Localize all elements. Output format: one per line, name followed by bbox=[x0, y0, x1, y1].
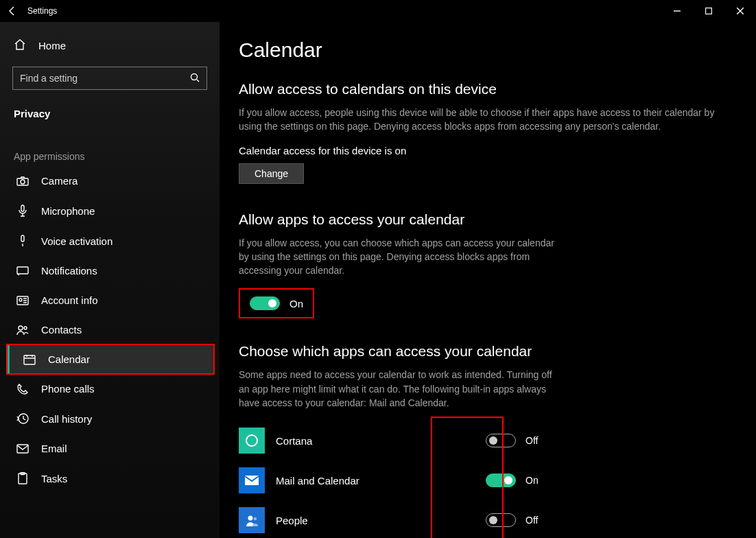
svg-rect-0 bbox=[706, 8, 712, 14]
sidebar-item-voice-activation[interactable]: Voice activation bbox=[0, 226, 220, 256]
mail-calendar-icon bbox=[239, 467, 265, 493]
sidebar-item-label: Contacts bbox=[41, 324, 82, 336]
app-toggle-state: Off bbox=[525, 515, 538, 526]
main-content: Calendar Allow access to calendars on th… bbox=[220, 22, 756, 538]
sidebar-item-label: Microphone bbox=[41, 205, 95, 217]
calendar-icon bbox=[23, 354, 36, 365]
tasks-icon bbox=[16, 472, 29, 484]
svg-rect-11 bbox=[24, 355, 35, 364]
app-name: Mail and Calendar bbox=[276, 475, 359, 487]
section3-heading: Choose which apps can access your calend… bbox=[239, 343, 737, 360]
email-icon bbox=[16, 444, 29, 454]
app-name: People bbox=[276, 515, 308, 526]
sidebar-item-tasks[interactable]: Tasks bbox=[0, 463, 220, 493]
sidebar: Home Privacy App permissions Camera Micr… bbox=[0, 22, 220, 538]
highlight-box: On bbox=[239, 288, 314, 318]
app-row-mail-calendar: Mail and Calendar On bbox=[239, 460, 568, 500]
microphone-icon bbox=[16, 204, 29, 217]
section1-heading: Allow access to calendars on this device bbox=[239, 81, 737, 97]
svg-point-18 bbox=[248, 516, 253, 521]
sidebar-item-account-info[interactable]: Account info bbox=[0, 285, 220, 315]
notifications-icon bbox=[16, 266, 29, 276]
search-icon bbox=[190, 73, 200, 84]
allow-apps-toggle-state: On bbox=[290, 298, 303, 309]
app-toggle-mail-calendar[interactable] bbox=[486, 473, 516, 487]
search-field[interactable] bbox=[20, 73, 190, 84]
home-icon bbox=[14, 38, 26, 53]
svg-point-3 bbox=[21, 180, 25, 184]
sidebar-home-label: Home bbox=[38, 40, 66, 51]
maximize-button[interactable] bbox=[693, 0, 724, 22]
sidebar-item-label: Voice activation bbox=[41, 235, 113, 247]
sidebar-item-label: Camera bbox=[41, 175, 78, 187]
sidebar-item-label: Tasks bbox=[41, 473, 67, 484]
svg-rect-5 bbox=[21, 235, 24, 242]
app-row-cortana: Cortana Off bbox=[239, 421, 568, 460]
close-button[interactable] bbox=[724, 0, 756, 22]
history-icon bbox=[16, 412, 29, 425]
app-row-people: People Off bbox=[239, 500, 568, 538]
sidebar-group-label: App permissions bbox=[0, 124, 220, 166]
sidebar-item-label: Notifications bbox=[41, 265, 97, 277]
svg-point-16 bbox=[246, 435, 257, 446]
svg-rect-6 bbox=[17, 267, 28, 274]
sidebar-item-camera[interactable]: Camera bbox=[0, 166, 220, 196]
change-button[interactable]: Change bbox=[239, 163, 304, 184]
section1-desc: If you allow access, people using this d… bbox=[239, 106, 737, 134]
svg-rect-4 bbox=[21, 205, 24, 211]
svg-point-8 bbox=[19, 299, 22, 301]
back-icon[interactable] bbox=[7, 5, 18, 16]
sidebar-home[interactable]: Home bbox=[0, 32, 220, 60]
sidebar-category: Privacy bbox=[0, 90, 220, 124]
app-toggle-state: Off bbox=[525, 435, 538, 446]
section2-heading: Allow apps to access your calendar bbox=[239, 211, 737, 228]
svg-point-10 bbox=[24, 327, 27, 329]
app-name: Cortana bbox=[276, 435, 312, 447]
sidebar-item-contacts[interactable]: Contacts bbox=[0, 315, 220, 344]
sidebar-item-email[interactable]: Email bbox=[0, 434, 220, 463]
minimize-button[interactable] bbox=[661, 0, 693, 22]
app-permissions-list: Cortana Off Mail and Calendar O bbox=[239, 421, 568, 538]
svg-point-9 bbox=[19, 326, 23, 330]
svg-point-19 bbox=[254, 517, 257, 520]
sidebar-item-notifications[interactable]: Notifications bbox=[0, 256, 220, 285]
svg-rect-13 bbox=[17, 445, 28, 453]
window-title: Settings bbox=[27, 6, 57, 16]
section2-desc: If you allow access, you can choose whic… bbox=[239, 236, 554, 278]
app-toggle-cortana[interactable] bbox=[486, 434, 516, 447]
app-toggle-state: On bbox=[525, 475, 539, 486]
voice-icon bbox=[16, 235, 29, 247]
cortana-icon bbox=[239, 428, 265, 454]
page-title: Calendar bbox=[239, 38, 737, 62]
svg-rect-14 bbox=[19, 473, 27, 484]
search-input[interactable] bbox=[12, 67, 207, 90]
phone-icon bbox=[16, 384, 29, 395]
sidebar-item-call-history[interactable]: Call history bbox=[0, 404, 220, 434]
account-icon bbox=[16, 296, 29, 305]
sidebar-item-calendar[interactable]: Calendar bbox=[7, 344, 214, 374]
device-access-status: Calendar access for this device is on bbox=[239, 145, 737, 156]
sidebar-item-label: Account info bbox=[41, 294, 98, 306]
section3-desc: Some apps need to access your calendar t… bbox=[239, 368, 554, 410]
titlebar: Settings bbox=[0, 0, 756, 22]
sidebar-item-label: Phone calls bbox=[41, 383, 95, 395]
sidebar-item-label: Calendar bbox=[48, 353, 90, 365]
people-icon bbox=[239, 507, 265, 533]
sidebar-item-phone-calls[interactable]: Phone calls bbox=[0, 374, 220, 404]
camera-icon bbox=[16, 176, 29, 186]
svg-point-1 bbox=[191, 73, 198, 80]
contacts-icon bbox=[16, 325, 29, 336]
sidebar-item-microphone[interactable]: Microphone bbox=[0, 196, 220, 226]
allow-apps-toggle[interactable] bbox=[250, 296, 280, 310]
app-toggle-people[interactable] bbox=[486, 513, 516, 527]
sidebar-item-label: Email bbox=[41, 443, 67, 454]
sidebar-item-label: Call history bbox=[41, 413, 92, 425]
